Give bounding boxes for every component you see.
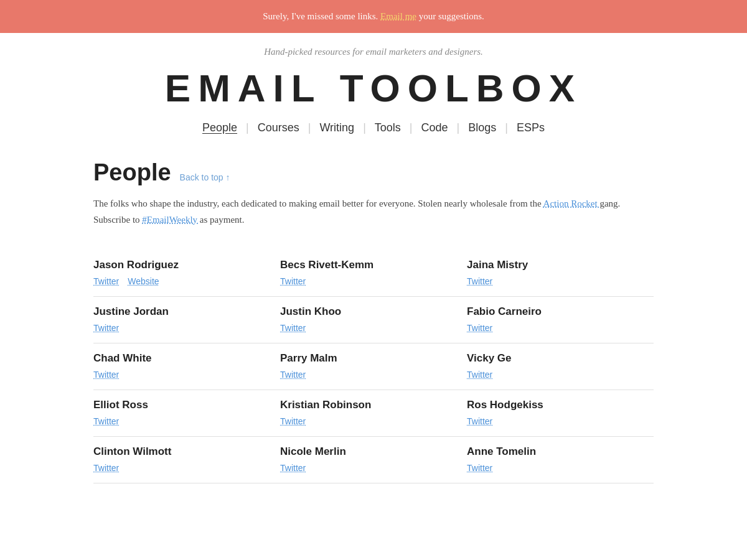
nav-item-esps[interactable]: ESPs bbox=[508, 121, 553, 134]
person-link-twitter[interactable]: Twitter bbox=[93, 463, 119, 473]
person-cell: Anne TomelinTwitter bbox=[467, 437, 654, 483]
person-link-twitter[interactable]: Twitter bbox=[93, 416, 119, 426]
person-links: Twitter bbox=[93, 370, 261, 380]
person-links: TwitterWebsite bbox=[93, 276, 261, 286]
person-cell: Elliot RossTwitter bbox=[93, 390, 280, 437]
person-links: Twitter bbox=[93, 463, 261, 473]
nav-separator: | bbox=[410, 121, 413, 134]
back-to-top-link[interactable]: Back to top ↑ bbox=[180, 172, 230, 182]
person-links: Twitter bbox=[280, 370, 448, 380]
person-name: Becs Rivett-Kemm bbox=[280, 259, 448, 271]
person-link-twitter[interactable]: Twitter bbox=[93, 323, 119, 333]
person-name: Vicky Ge bbox=[467, 352, 635, 365]
main-title: EMAIL TOOLBOX bbox=[0, 66, 747, 110]
desc-before: The folks who shape the industry, each d… bbox=[93, 198, 542, 208]
person-link-twitter[interactable]: Twitter bbox=[280, 416, 306, 426]
person-link-twitter[interactable]: Twitter bbox=[280, 370, 306, 380]
person-link-twitter[interactable]: Twitter bbox=[467, 416, 492, 426]
person-link-website[interactable]: Website bbox=[128, 276, 159, 286]
section-description: The folks who shape the industry, each d… bbox=[93, 196, 654, 228]
person-link-twitter[interactable]: Twitter bbox=[280, 463, 306, 473]
person-name: Elliot Ross bbox=[93, 399, 261, 411]
person-cell: Justine JordanTwitter bbox=[93, 297, 280, 343]
banner-text-after: your suggestions. bbox=[419, 11, 484, 21]
banner-email-link[interactable]: Email me bbox=[380, 11, 416, 21]
person-cell: Fabio CarneiroTwitter bbox=[467, 297, 654, 343]
person-name: Ros Hodgekiss bbox=[467, 399, 635, 411]
person-link-twitter[interactable]: Twitter bbox=[467, 276, 492, 286]
person-cell: Nicole MerlinTwitter bbox=[280, 437, 467, 483]
person-links: Twitter bbox=[467, 276, 635, 286]
person-name: Anne Tomelin bbox=[467, 446, 635, 458]
person-name: Justin Khoo bbox=[280, 306, 448, 318]
person-link-twitter[interactable]: Twitter bbox=[467, 463, 492, 473]
desc-after: as payment. bbox=[200, 215, 245, 225]
person-cell: Justin KhooTwitter bbox=[280, 297, 467, 343]
person-links: Twitter bbox=[467, 416, 635, 426]
person-link-twitter[interactable]: Twitter bbox=[93, 370, 119, 380]
person-links: Twitter bbox=[280, 463, 448, 473]
action-rocket-link[interactable]: Action Rocket bbox=[543, 198, 600, 208]
person-name: Chad White bbox=[93, 352, 261, 365]
person-links: Twitter bbox=[467, 463, 635, 473]
person-name: Jason Rodriguez bbox=[93, 259, 261, 271]
people-grid: Jason RodriguezTwitterWebsiteBecs Rivett… bbox=[93, 250, 654, 483]
section-title: People bbox=[93, 159, 171, 186]
person-name: Clinton Wilmott bbox=[93, 446, 261, 458]
nav-item-writing[interactable]: Writing bbox=[311, 121, 363, 134]
banner-text-before: Surely, I've missed some links. bbox=[263, 11, 378, 21]
person-links: Twitter bbox=[93, 323, 261, 333]
person-cell: Kristian RobinsonTwitter bbox=[280, 390, 467, 437]
banner: Surely, I've missed some links. Email me… bbox=[0, 0, 747, 33]
person-cell: Chad WhiteTwitter bbox=[93, 343, 280, 390]
person-links: Twitter bbox=[280, 276, 448, 286]
person-links: Twitter bbox=[93, 416, 261, 426]
person-cell: Ros HodgekissTwitter bbox=[467, 390, 654, 437]
nav-item-people[interactable]: People bbox=[194, 121, 246, 134]
person-cell: Jason RodriguezTwitterWebsite bbox=[93, 250, 280, 297]
person-cell: Clinton WilmottTwitter bbox=[93, 437, 280, 483]
person-link-twitter[interactable]: Twitter bbox=[467, 323, 492, 333]
nav-item-code[interactable]: Code bbox=[413, 121, 457, 134]
main-nav: People|Courses|Writing|Tools|Code|Blogs|… bbox=[0, 121, 747, 134]
email-weekly-link[interactable]: #EmailWeekly bbox=[142, 215, 200, 225]
person-link-twitter[interactable]: Twitter bbox=[280, 276, 306, 286]
person-cell: Becs Rivett-KemmTwitter bbox=[280, 250, 467, 297]
person-link-twitter[interactable]: Twitter bbox=[280, 323, 306, 333]
person-name: Parry Malm bbox=[280, 352, 448, 365]
nav-item-blogs[interactable]: Blogs bbox=[459, 121, 505, 134]
person-name: Kristian Robinson bbox=[280, 399, 448, 411]
person-name: Fabio Carneiro bbox=[467, 306, 635, 318]
person-link-twitter[interactable]: Twitter bbox=[467, 370, 492, 380]
person-links: Twitter bbox=[467, 370, 635, 380]
person-links: Twitter bbox=[467, 323, 635, 333]
person-cell: Jaina MistryTwitter bbox=[467, 250, 654, 297]
person-link-twitter[interactable]: Twitter bbox=[93, 276, 119, 286]
person-links: Twitter bbox=[280, 416, 448, 426]
subtitle: Hand-picked resources for email marketer… bbox=[0, 47, 747, 57]
person-cell: Vicky GeTwitter bbox=[467, 343, 654, 390]
nav-item-courses[interactable]: Courses bbox=[249, 121, 308, 134]
nav-item-tools[interactable]: Tools bbox=[366, 121, 410, 134]
person-name: Nicole Merlin bbox=[280, 446, 448, 458]
person-name: Justine Jordan bbox=[93, 306, 261, 318]
person-links: Twitter bbox=[280, 323, 448, 333]
person-cell: Parry MalmTwitter bbox=[280, 343, 467, 390]
person-name: Jaina Mistry bbox=[467, 259, 635, 271]
